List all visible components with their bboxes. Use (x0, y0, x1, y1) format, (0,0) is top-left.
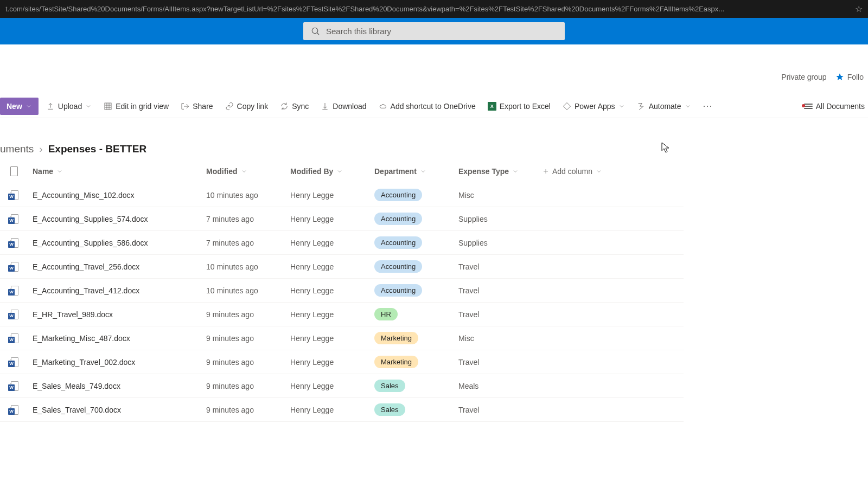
power-apps-button[interactable]: Power Apps (558, 98, 629, 115)
suite-header (0, 18, 868, 44)
modified-cell: 10 minutes ago (206, 262, 290, 271)
file-name-cell[interactable]: E_Accounting_Misc_102.docx (33, 191, 206, 200)
file-type-column-header[interactable] (0, 166, 33, 176)
department-pill: HR (374, 308, 398, 320)
add-column-button[interactable]: Add column (542, 167, 651, 176)
department-pill: Accounting (374, 213, 422, 225)
bookmark-star-icon[interactable]: ☆ (855, 4, 863, 14)
download-icon (321, 102, 329, 111)
view-switcher[interactable]: All Documents (801, 102, 868, 111)
chevron-down-icon (85, 103, 92, 110)
copy-link-button[interactable]: Copy link (221, 98, 273, 115)
department-cell: Sales (374, 403, 458, 416)
new-button[interactable]: New (0, 98, 39, 115)
expense-type-column-header[interactable]: Expense Type (458, 167, 542, 176)
table-row[interactable]: ⌐WE_HR_Travel_989.docx9 minutes agoHenry… (0, 303, 684, 326)
table-row[interactable]: ⌐WE_Sales_Meals_749.docx9 minutes agoHen… (0, 374, 684, 398)
department-cell: HR (374, 308, 458, 320)
file-name-cell[interactable]: E_Accounting_Travel_256.docx (33, 262, 206, 271)
edit-grid-label: Edit in grid view (116, 102, 169, 111)
word-doc-icon: ⌐W (10, 285, 18, 296)
more-actions-button[interactable]: ··· (699, 100, 717, 112)
table-row[interactable]: ⌐WE_Sales_Travel_700.docx9 minutes agoHe… (0, 398, 684, 422)
department-column-header[interactable]: Department (374, 167, 458, 176)
list-view-icon (804, 104, 813, 109)
upload-button[interactable]: Upload (42, 98, 96, 115)
follow-button[interactable]: Follo (835, 73, 864, 81)
modified-by-cell[interactable]: Henry Legge (290, 310, 374, 319)
modified-by-column-header[interactable]: Modified By (290, 167, 374, 176)
modified-cell: 10 minutes ago (206, 191, 290, 200)
department-cell: Accounting (374, 189, 458, 201)
file-name-cell[interactable]: E_Accounting_Supplies_586.docx (33, 239, 206, 247)
department-cell: Accounting (374, 213, 458, 225)
modified-cell: 9 minutes ago (206, 358, 290, 367)
grid-icon (104, 102, 112, 111)
download-button[interactable]: Download (316, 98, 371, 115)
table-row[interactable]: ⌐WE_Marketing_Travel_002.docx9 minutes a… (0, 350, 684, 374)
word-doc-icon: ⌐W (10, 190, 18, 201)
modified-by-cell[interactable]: Henry Legge (290, 334, 374, 343)
expense-type-cell: Travel (458, 286, 542, 295)
powerapps-icon (563, 102, 571, 111)
department-cell: Accounting (374, 284, 458, 297)
modified-by-cell[interactable]: Henry Legge (290, 262, 374, 271)
file-icon-cell: ⌐W (0, 214, 33, 224)
share-button[interactable]: Share (176, 98, 217, 115)
modified-column-label: Modified (206, 167, 238, 176)
add-shortcut-button[interactable]: Add shortcut to OneDrive (374, 98, 480, 115)
share-label: Share (193, 102, 213, 111)
site-header: Private group Follo (0, 44, 868, 94)
file-icon-cell: ⌐W (0, 237, 33, 248)
breadcrumb-parent[interactable]: uments (0, 143, 34, 155)
chevron-down-icon (56, 168, 63, 175)
modified-cell: 7 minutes ago (206, 215, 290, 223)
table-row[interactable]: ⌐WE_Accounting_Supplies_574.docx7 minute… (0, 207, 684, 231)
onedrive-icon (379, 102, 387, 111)
sync-label: Sync (292, 102, 309, 111)
file-name-cell[interactable]: E_Accounting_Supplies_574.docx (33, 215, 206, 223)
file-name-cell[interactable]: E_Accounting_Travel_412.docx (33, 286, 206, 295)
table-row[interactable]: ⌐WE_Marketing_Misc_487.docx9 minutes ago… (0, 326, 684, 350)
sync-button[interactable]: Sync (276, 98, 313, 115)
file-name-cell[interactable]: E_Marketing_Misc_487.docx (33, 334, 206, 343)
search-input[interactable] (326, 27, 557, 36)
breadcrumb: uments › Expenses - BETTER (0, 118, 868, 159)
copy-link-label: Copy link (237, 102, 269, 111)
modified-by-cell[interactable]: Henry Legge (290, 406, 374, 414)
file-name-cell[interactable]: E_Sales_Meals_749.docx (33, 382, 206, 390)
file-icon-cell: ⌐W (0, 381, 33, 391)
file-icon (10, 166, 18, 176)
modified-by-cell[interactable]: Henry Legge (290, 215, 374, 223)
modified-by-cell[interactable]: Henry Legge (290, 286, 374, 295)
modified-column-header[interactable]: Modified (206, 167, 290, 176)
file-name-cell[interactable]: E_HR_Travel_989.docx (33, 310, 206, 319)
svg-line-1 (317, 33, 319, 35)
table-row[interactable]: ⌐WE_Accounting_Supplies_586.docx7 minute… (0, 231, 684, 255)
automate-button[interactable]: Automate (633, 98, 695, 115)
chevron-down-icon (618, 103, 625, 110)
modified-by-cell[interactable]: Henry Legge (290, 358, 374, 367)
upload-icon (46, 102, 55, 111)
file-name-cell[interactable]: E_Marketing_Travel_002.docx (33, 358, 206, 367)
export-excel-label: Export to Excel (500, 102, 551, 111)
modified-by-cell[interactable]: Henry Legge (290, 382, 374, 390)
new-label: New (7, 102, 22, 111)
modified-by-cell[interactable]: Henry Legge (290, 191, 374, 200)
file-name-cell[interactable]: E_Sales_Travel_700.docx (33, 406, 206, 414)
name-column-header[interactable]: Name (33, 167, 206, 176)
chevron-right-icon: › (39, 143, 42, 155)
table-row[interactable]: ⌐WE_Accounting_Travel_256.docx10 minutes… (0, 255, 684, 279)
file-icon-cell: ⌐W (0, 285, 33, 296)
table-row[interactable]: ⌐WE_Accounting_Travel_412.docx10 minutes… (0, 279, 684, 303)
export-excel-button[interactable]: X Export to Excel (483, 98, 555, 115)
table-row[interactable]: ⌐WE_Accounting_Misc_102.docx10 minutes a… (0, 183, 684, 207)
search-box[interactable] (303, 22, 565, 40)
word-doc-icon: ⌐W (10, 214, 18, 224)
edit-grid-button[interactable]: Edit in grid view (99, 98, 173, 115)
expense-type-cell: Misc (458, 191, 542, 200)
word-doc-icon: ⌐W (10, 237, 18, 248)
svg-marker-2 (836, 73, 843, 80)
modified-by-cell[interactable]: Henry Legge (290, 239, 374, 247)
chevron-down-icon (420, 168, 426, 175)
